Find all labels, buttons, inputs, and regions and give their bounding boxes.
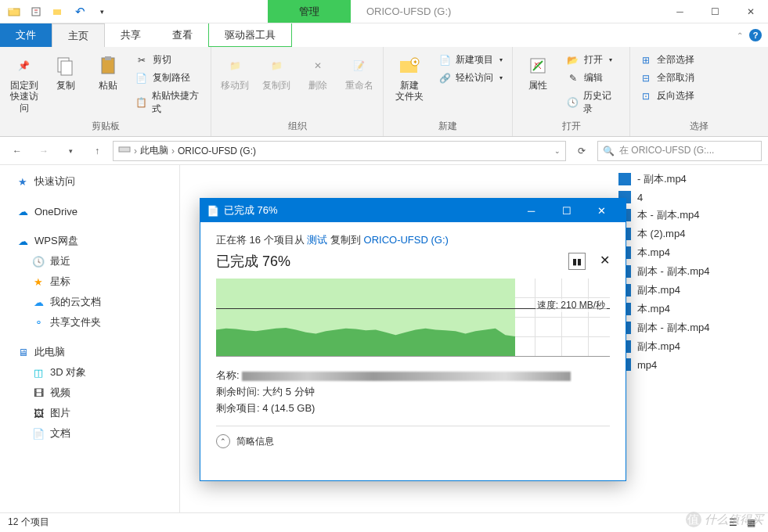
nav-back-button[interactable]: ←	[6, 140, 28, 162]
breadcrumb-drive[interactable]: ORICO-UFSD (G:)	[178, 146, 256, 156]
address-dropdown-icon[interactable]: ⌄	[554, 147, 561, 155]
invert-icon: ⊡	[640, 90, 652, 102]
properties-qat-icon[interactable]	[27, 2, 45, 21]
dialog-titlebar[interactable]: 📄 已完成 76% ─ ☐ ✕	[200, 199, 626, 222]
file-name: 副本.mp4	[637, 283, 680, 297]
open-button[interactable]: 📂打开▾	[562, 52, 625, 68]
new-folder-qat-icon[interactable]	[49, 2, 67, 21]
collapse-ribbon-icon[interactable]: ⌃	[737, 31, 743, 40]
dialog-maximize-button[interactable]: ☐	[549, 199, 584, 222]
tree-3d[interactable]: ◫3D 对象	[0, 362, 179, 383]
copy-details: 名称: 剩余时间: 大约 5 分钟 剩余项目: 4 (14.5 GB)	[216, 368, 610, 416]
tree-starred[interactable]: ★星标	[0, 271, 179, 292]
file-name: 本.mp4	[637, 246, 670, 260]
undo-qat-icon[interactable]: ↶	[70, 2, 89, 21]
svg-marker-15	[216, 328, 515, 356]
refresh-button[interactable]: ⟳	[571, 140, 593, 162]
qat-dropdown-icon[interactable]: ▾	[92, 2, 111, 21]
pin-to-quick-access-button[interactable]: 📌固定到快速访问	[5, 50, 44, 117]
tree-documents[interactable]: 📄文档	[0, 423, 179, 444]
tree-my-docs[interactable]: ☁我的云文档	[0, 292, 179, 312]
tree-shared[interactable]: ⚬共享文件夹	[0, 312, 179, 332]
pc-icon: 🖥	[16, 345, 30, 359]
video-icon: 🎞	[31, 386, 45, 400]
file-item[interactable]: - 副本.mp4	[180, 170, 768, 189]
tree-videos[interactable]: 🎞视频	[0, 383, 179, 403]
svg-rect-5	[53, 9, 61, 15]
cancel-button[interactable]: ✕	[600, 253, 610, 270]
group-clipboard-label: 剪贴板	[5, 118, 206, 135]
dialog-minimize-button[interactable]: ─	[514, 199, 549, 222]
paste-icon	[96, 53, 121, 78]
tree-this-pc[interactable]: 🖥此电脑	[0, 342, 179, 362]
search-input[interactable]: 🔍 在 ORICO-UFSD (G:...	[597, 141, 762, 161]
svg-rect-1	[9, 8, 13, 10]
tab-drive-tools[interactable]: 驱动器工具	[208, 23, 292, 47]
contextual-tab-manage[interactable]: 管理	[268, 0, 351, 23]
move-to-button[interactable]: 📁移动到	[216, 50, 254, 94]
chevron-right-icon[interactable]: ›	[134, 146, 137, 156]
edit-icon: ✎	[567, 72, 579, 84]
invert-selection-button[interactable]: ⊡反向选择	[635, 88, 699, 104]
video-file-icon	[618, 173, 631, 185]
new-folder-icon: ✦	[397, 53, 422, 78]
cloud-icon: ☁	[16, 204, 30, 218]
svg-rect-14	[119, 147, 130, 152]
source-link[interactable]: 测试	[307, 234, 327, 246]
copy-to-button[interactable]: 📁复制到	[258, 50, 296, 94]
history-button[interactable]: 🕓历史记录	[562, 88, 625, 117]
new-folder-button[interactable]: ✦新建文件夹	[388, 50, 431, 106]
tree-recent[interactable]: 🕓最近	[0, 251, 179, 271]
tab-view[interactable]: 查看	[157, 23, 208, 47]
cut-button[interactable]: ✂剪切	[131, 52, 206, 68]
dest-link[interactable]: ORICO-UFSD (G:)	[364, 234, 449, 246]
remaining-time: 剩余时间: 大约 5 分钟	[216, 384, 610, 401]
help-icon[interactable]: ?	[749, 29, 762, 41]
tab-share[interactable]: 共享	[105, 23, 157, 47]
drive-icon	[118, 145, 131, 156]
tree-onedrive[interactable]: ☁OneDrive	[0, 201, 179, 221]
copy-to-icon: 📁	[264, 53, 289, 78]
rename-button[interactable]: 📝重命名	[340, 50, 378, 94]
properties-button[interactable]: 属性	[517, 50, 559, 94]
tree-quick-access[interactable]: ★快速访问	[0, 171, 179, 192]
search-placeholder: 在 ORICO-UFSD (G:...	[619, 144, 714, 157]
nav-up-button[interactable]: ↑	[86, 140, 108, 162]
copy-button[interactable]: 复制	[47, 50, 86, 94]
chevron-right-icon[interactable]: ›	[171, 146, 175, 156]
address-bar-row: ← → ▾ ↑ › 此电脑 › ORICO-UFSD (G:) ⌄ ⟳ 🔍 在 …	[0, 137, 768, 165]
tab-file[interactable]: 文件	[0, 23, 52, 47]
svg-text:✦: ✦	[413, 59, 418, 66]
window-title: ORICO-UFSD (G:)	[351, 5, 451, 17]
navigation-tree[interactable]: ★快速访问 ☁OneDrive ☁WPS网盘 🕓最近 ★星标 ☁我的云文档 ⚬共…	[0, 165, 180, 512]
nav-recent-dropdown[interactable]: ▾	[59, 140, 81, 162]
copy-description: 正在将 16 个项目从 测试 复制到 ORICO-UFSD (G:)	[216, 233, 610, 247]
copy-path-icon: 📄	[135, 72, 148, 84]
new-item-button[interactable]: 📄新建项目▾	[434, 52, 507, 68]
paste-shortcut-button[interactable]: 📋粘贴快捷方式	[131, 88, 206, 117]
tree-pictures[interactable]: 🖼图片	[0, 403, 179, 423]
tab-home[interactable]: 主页	[52, 23, 105, 47]
file-name: mp4	[637, 359, 657, 371]
pause-button[interactable]: ▮▮	[568, 253, 586, 270]
folder-icon	[5, 2, 23, 21]
breadcrumb-this-pc[interactable]: 此电脑	[140, 144, 168, 157]
copy-icon	[53, 53, 78, 78]
delete-button[interactable]: ✕删除	[299, 50, 337, 94]
nav-forward-button[interactable]: →	[33, 140, 55, 162]
chevron-up-icon: ⌃	[216, 434, 230, 448]
minimize-button[interactable]: ─	[662, 0, 698, 23]
edit-button[interactable]: ✎编辑	[562, 70, 625, 86]
paste-button[interactable]: 粘贴	[88, 50, 128, 94]
select-all-button[interactable]: ⊞全部选择	[635, 52, 699, 68]
tree-wps[interactable]: ☁WPS网盘	[0, 231, 179, 251]
address-bar[interactable]: › 此电脑 › ORICO-UFSD (G:) ⌄	[113, 141, 566, 161]
select-none-button[interactable]: ⊟全部取消	[635, 70, 699, 86]
copy-path-button[interactable]: 📄复制路径	[131, 70, 206, 86]
dialog-close-button[interactable]: ✕	[584, 199, 619, 222]
easy-access-button[interactable]: 🔗轻松访问▾	[434, 70, 507, 86]
new-item-icon: 📄	[438, 54, 451, 66]
maximize-button[interactable]: ☐	[698, 0, 733, 23]
close-button[interactable]: ✕	[733, 0, 768, 23]
details-toggle[interactable]: ⌃ 简略信息	[216, 426, 610, 448]
